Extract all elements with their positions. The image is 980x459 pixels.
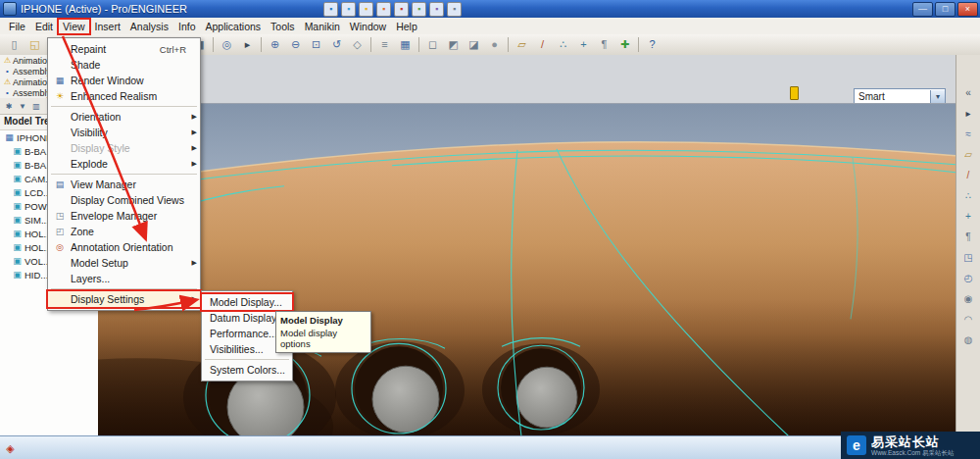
menu-item-view-manager[interactable]: View Manager [48,177,200,192]
revolve-icon[interactable]: ◴ [958,269,979,287]
capture-tool-5-icon[interactable]: ▪ [394,2,409,17]
capture-tool-6-icon[interactable]: ▪ [412,2,426,17]
datum-planes-icon[interactable]: ▱ [513,35,531,54]
menu-help[interactable]: Help [392,20,421,33]
view-dropdown-menu: RepaintCtrl+R Shade Render Window Enhanc… [47,37,201,311]
tree-filter-icon[interactable]: ▼ [16,100,29,113]
menu-item-enhanced-realism[interactable]: Enhanced Realism [48,88,200,104]
close-button[interactable]: × [957,2,978,17]
coordinate-systems-icon[interactable]: + [574,35,593,54]
new-file-icon[interactable]: ▯ [5,35,24,54]
refit-icon[interactable]: ⊡ [307,35,325,54]
saved-views-icon[interactable]: ◇ [348,35,367,54]
part-icon [12,174,23,183]
zoom-out-icon[interactable]: ⊖ [286,35,305,54]
coordinate-system-icon[interactable]: + [958,207,979,226]
menu-item-display-combined-views[interactable]: Display Combined Views [48,192,200,208]
menu-view[interactable]: View [59,20,89,33]
menu-tools[interactable]: Tools [267,20,299,33]
wireframe-icon[interactable]: ◻ [423,35,442,54]
annotation-flag-icon[interactable] [790,86,799,100]
datum-point-icon[interactable]: ∴ [958,186,979,205]
menu-item-shade[interactable]: Shade [48,57,200,73]
annotations-icon[interactable]: ¶ [595,35,613,54]
menu-item-repaint[interactable]: RepaintCtrl+R [48,41,200,57]
menu-analysis[interactable]: Analysis [126,20,172,33]
context-help-icon[interactable]: ? [643,35,662,54]
zoom-in-icon[interactable]: ⊕ [266,35,284,54]
menu-item-render-window[interactable]: Render Window [48,73,200,88]
no-hidden-icon[interactable]: ◪ [465,35,483,54]
menu-separator [51,174,197,175]
menu-insert[interactable]: Insert [91,20,124,33]
menu-separator [205,359,289,360]
sketch-icon[interactable]: ≈ [958,125,979,143]
menu-item-display-style: Display Style [48,140,200,156]
menu-file[interactable]: File [5,20,29,33]
menu-item-visibility[interactable]: Visibility [48,125,200,140]
menu-item-zone[interactable]: Zone [48,224,200,239]
menu-window[interactable]: Window [346,20,390,33]
menu-applications[interactable]: Applications [201,20,265,33]
collapse-panel-icon[interactable]: « [958,83,979,102]
window-controls: — □ × [912,2,978,17]
capture-tool-7-icon[interactable]: ▪ [429,2,444,17]
submenu-item-system-colors[interactable]: System Colors... [202,362,292,378]
pointer-icon[interactable]: ▸ [958,104,979,123]
menu-item-orientation[interactable]: Orientation [48,109,200,125]
menu-item-model-setup[interactable]: Model Setup [48,255,200,271]
menu-view-label: View [63,21,85,32]
selection-filter-value: Smart [855,91,930,102]
model-viewport-canvas[interactable] [98,103,956,436]
hidden-line-icon[interactable]: ◩ [444,35,463,54]
enhanced-realism-icon [52,90,68,102]
capture-tool-3-icon[interactable]: ▪ [359,2,373,17]
layers-icon[interactable]: ≡ [375,35,394,54]
watermark-subtitle: Www.Easck.Com 易采站长站 [871,449,955,456]
datum-axis-icon[interactable]: / [958,166,979,184]
extrude-icon[interactable]: ◳ [958,248,979,267]
annotation-icon[interactable]: ¶ [958,228,979,246]
toolbar-separator [638,37,639,52]
part-icon [12,146,23,156]
repaint-icon[interactable]: ↺ [327,35,346,54]
model-3d-render [98,104,956,436]
view-manager-icon[interactable]: ▦ [396,35,415,54]
menu-manikin[interactable]: Manikin [301,20,344,33]
shell-icon[interactable]: ◍ [958,331,979,349]
round-icon[interactable]: ◠ [958,310,979,329]
maximize-button[interactable]: □ [935,2,956,17]
tree-columns-icon[interactable]: ▥ [29,100,43,113]
warning-icon [2,56,13,65]
submenu-item-model-display[interactable]: Model Display... [202,294,292,310]
select-icon[interactable]: ▸ [238,35,257,54]
menu-info[interactable]: Info [174,20,200,33]
search-icon[interactable]: ◎ [218,35,236,54]
spin-center-icon[interactable]: ✚ [615,35,634,54]
hole-icon[interactable]: ◉ [958,289,979,308]
menu-item-envelope-manager[interactable]: Envelope Manager [48,208,200,224]
datum-plane-icon[interactable]: ▱ [958,145,979,164]
tree-settings-icon[interactable]: ✱ [2,100,16,113]
datum-axes-icon[interactable]: / [533,35,552,54]
menu-edit[interactable]: Edit [31,20,57,33]
capture-tool-2-icon[interactable]: ▪ [341,2,356,17]
window-title: IPHONE (Active) - Pro/ENGINEER [21,3,187,15]
open-file-icon[interactable]: ◱ [25,35,44,54]
menu-separator [51,288,197,289]
datum-points-icon[interactable]: ∴ [554,35,572,54]
bullet-icon [2,88,13,97]
menu-item-annotation-orientation[interactable]: Annotation Orientation [48,239,200,255]
chevron-down-icon[interactable] [930,90,945,103]
minimize-button[interactable]: — [912,2,933,17]
capture-tool-1-icon[interactable]: ▪ [323,2,338,17]
capture-tool-4-icon[interactable]: ▪ [376,2,391,17]
menu-item-explode[interactable]: Explode [48,156,200,172]
menu-item-display-settings[interactable]: Display Settings [48,291,200,307]
shaded-icon[interactable]: ● [485,35,504,54]
submenu-arrow-icon [192,295,197,303]
menu-item-layers[interactable]: Layers... [48,271,200,286]
tooltip-text: Model display options [280,328,367,349]
capture-tool-8-icon[interactable]: ▪ [447,2,462,17]
status-app-icon[interactable] [3,441,18,456]
